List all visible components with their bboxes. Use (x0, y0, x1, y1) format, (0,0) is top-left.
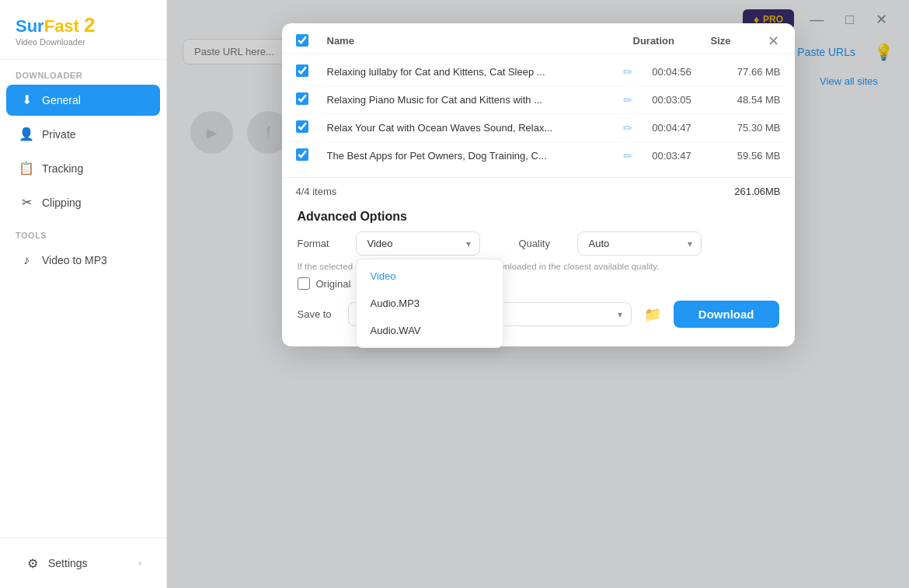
table-row: Relaxing lullaby for Cat and Kittens, Ca… (291, 58, 785, 86)
row-2-size: 48.54 MB (711, 94, 781, 106)
col-name-label: Name (327, 35, 633, 47)
quality-select[interactable]: Auto (577, 231, 702, 256)
sidebar-item-private-label: Private (42, 128, 76, 141)
sidebar: SurFast 2 Video Downloader Downloader ⬇ … (0, 0, 167, 588)
logo-area: SurFast 2 Video Downloader (0, 0, 166, 60)
items-count: 4/4 items (296, 186, 337, 197)
sidebar-item-video-to-mp3[interactable]: ♪ Video to MP3 (6, 245, 160, 276)
dropdown-item-wav[interactable]: Audio.WAV (357, 317, 503, 344)
sidebar-item-private[interactable]: 👤 Private (6, 119, 160, 150)
row-1-name: Relaxing lullaby for Cat and Kittens, Ca… (327, 66, 617, 78)
logo-sur: Sur (16, 16, 44, 36)
row-3-size: 75.30 MB (711, 122, 781, 134)
row-3-duration: 00:04:47 (633, 122, 711, 134)
total-size: 261.06MB (734, 186, 780, 197)
advanced-options-title: Advanced Options (282, 197, 795, 231)
options-row: Format Video Audio.MP3 Audio.WAV ▾ Video… (282, 231, 795, 256)
col-duration-label: Duration (633, 35, 711, 47)
table-row: Relax Your Cat with Ocean Waves Sound, R… (291, 114, 785, 142)
sidebar-item-tracking[interactable]: 📋 Tracking (6, 153, 160, 184)
row-2-duration: 00:03:05 (633, 94, 711, 106)
row-1-size: 77.66 MB (711, 66, 781, 78)
row-4-name-cell: The Best Apps for Pet Owners, Dog Traini… (327, 149, 633, 163)
settings-left: ⚙ Settings (25, 555, 88, 571)
main-area: ♦ PRO — □ ✕ ⊕ Paste URLs 💡 View all site… (167, 0, 909, 588)
logo-fast: Fast (44, 16, 79, 36)
save-to-label: Save to (298, 308, 340, 320)
row-2-name: Relaxing Piano Music for Cat and Kittens… (327, 94, 617, 106)
sidebar-bottom: ⚙ Settings › (0, 538, 166, 588)
format-label: Format (298, 238, 340, 249)
sidebar-item-general-label: General (42, 94, 81, 106)
sidebar-item-clipping[interactable]: ✂ Clipping (6, 187, 160, 218)
music-icon: ♪ (19, 252, 34, 268)
summary-row: 4/4 items 261.06MB (282, 177, 795, 197)
sidebar-item-tracking-label: Tracking (42, 162, 83, 175)
header-checkbox-area (296, 34, 327, 47)
sidebar-item-general[interactable]: ⬇ General (6, 85, 160, 116)
format-select[interactable]: Video Audio.MP3 Audio.WAV (356, 231, 480, 256)
tracking-icon: 📋 (19, 161, 34, 176)
sidebar-item-settings-label: Settings (48, 557, 88, 569)
overlay-backdrop: ✕ Name Duration Size Relaxing lullaby fo… (167, 0, 909, 588)
downloader-section-label: Downloader (0, 60, 166, 83)
download-button[interactable]: Download (674, 301, 779, 328)
select-all-checkbox[interactable] (296, 34, 308, 47)
row-1-name-cell: Relaxing lullaby for Cat and Kittens, Ca… (327, 65, 633, 79)
original-checkbox[interactable] (298, 277, 310, 290)
settings-icon: ⚙ (25, 555, 40, 571)
row-1-checkbox[interactable] (296, 64, 308, 77)
row-4-duration: 00:03:47 (633, 150, 711, 162)
general-icon: ⬇ (19, 92, 34, 108)
format-dropdown: Video Audio.MP3 Audio.WAV (356, 259, 503, 348)
video-list-header: Name Duration Size (282, 23, 795, 54)
dropdown-item-mp3[interactable]: Audio.MP3 (357, 290, 503, 317)
browse-folder-button[interactable]: 📁 (639, 303, 666, 326)
sidebar-item-video-to-mp3-label: Video to MP3 (42, 254, 107, 266)
row-4-edit-icon[interactable]: ✏ (623, 149, 633, 163)
original-label: Original (316, 278, 351, 290)
row-2-name-cell: Relaxing Piano Music for Cat and Kittens… (327, 93, 633, 107)
private-icon: 👤 (19, 127, 34, 142)
table-row: Relaxing Piano Music for Cat and Kittens… (291, 86, 785, 114)
clipping-icon: ✂ (19, 195, 34, 210)
sidebar-item-settings[interactable]: ⚙ Settings › (12, 548, 154, 579)
logo-subtitle: Video Downloader (16, 37, 151, 47)
dropdown-item-video[interactable]: Video (357, 263, 503, 290)
row-1-edit-icon[interactable]: ✏ (623, 65, 633, 79)
table-row: The Best Apps for Pet Owners, Dog Traini… (291, 142, 785, 169)
row-4-checkbox[interactable] (296, 148, 308, 161)
tools-section-label: Tools (0, 220, 166, 243)
row-3-edit-icon[interactable]: ✏ (623, 121, 633, 135)
sidebar-item-clipping-label: Clipping (42, 197, 82, 209)
settings-chevron-icon: › (138, 558, 141, 569)
video-list: Relaxing lullaby for Cat and Kittens, Ca… (282, 54, 795, 174)
row-2-edit-icon[interactable]: ✏ (623, 93, 633, 107)
row-4-name: The Best Apps for Pet Owners, Dog Traini… (327, 150, 617, 162)
row-3-name-cell: Relax Your Cat with Ocean Waves Sound, R… (327, 121, 633, 135)
quality-label: Quality (519, 238, 562, 249)
quality-select-wrapper: Auto ▾ (577, 231, 702, 256)
dialog-close-button[interactable]: ✕ (763, 33, 784, 50)
row-3-checkbox[interactable] (296, 120, 308, 133)
logo-version: 2 (84, 13, 95, 37)
row-4-size: 59.56 MB (711, 150, 781, 162)
row-3-name: Relax Your Cat with Ocean Waves Sound, R… (327, 122, 617, 134)
app-logo: SurFast 2 (16, 14, 151, 37)
format-select-wrapper: Video Audio.MP3 Audio.WAV ▾ Video Audio.… (356, 231, 480, 256)
dialog: ✕ Name Duration Size Relaxing lullaby fo… (282, 23, 795, 346)
row-2-checkbox[interactable] (296, 92, 308, 105)
row-1-duration: 00:04:56 (633, 66, 711, 78)
